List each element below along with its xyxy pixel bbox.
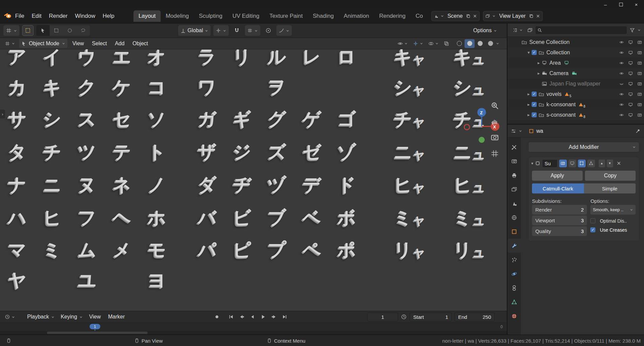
kana-object[interactable]: シャ xyxy=(380,77,440,97)
render-subdivisions-field[interactable]: Render 2 xyxy=(532,205,587,215)
kana-object[interactable]: ヘ xyxy=(105,208,140,227)
kana-object[interactable]: キュ xyxy=(440,49,499,66)
kana-object[interactable]: ダ xyxy=(190,175,225,194)
kana-object[interactable]: グ xyxy=(260,109,294,129)
kana-object[interactable]: ヒ xyxy=(35,208,70,227)
panel-expand-arrow[interactable]: ▾ xyxy=(531,161,533,166)
kana-object[interactable]: リ xyxy=(225,49,260,66)
use-preview-range-icon[interactable] xyxy=(401,314,407,320)
camera-restrict-icon[interactable] xyxy=(637,92,642,97)
kana-object[interactable]: ボ xyxy=(329,208,364,227)
camera-restrict-icon[interactable] xyxy=(637,61,642,65)
kana-object[interactable]: リュ xyxy=(440,240,499,260)
tree-expand-arrow[interactable]: ▸ xyxy=(526,112,532,117)
outliner-row[interactable]: ▾✓Collection xyxy=(507,47,644,58)
properties-tab-tool[interactable] xyxy=(507,140,521,154)
tweak-tool-button[interactable] xyxy=(36,25,50,36)
overlays-toggle[interactable] xyxy=(426,39,441,48)
prev-keyframe-button[interactable] xyxy=(236,312,247,321)
kana-object[interactable]: ネ xyxy=(105,175,140,194)
chevron-down-icon[interactable] xyxy=(496,42,499,45)
transform-orientation-dropdown[interactable]: Global xyxy=(178,25,211,36)
eye-restrict-icon[interactable] xyxy=(619,61,624,65)
kana-object[interactable]: ミョ xyxy=(499,208,507,227)
monitor-restrict-icon[interactable] xyxy=(628,40,633,45)
menu-select[interactable]: Select xyxy=(89,41,110,47)
kana-object[interactable]: セ xyxy=(105,109,140,129)
tab-layout[interactable]: Layout xyxy=(133,10,161,22)
monitor-restrict-icon[interactable] xyxy=(628,102,633,107)
collection-checkbox[interactable]: ✓ xyxy=(532,102,537,107)
tab-compositing[interactable]: Co xyxy=(411,10,428,22)
apply-button[interactable]: Apply xyxy=(532,171,583,181)
kana-object[interactable]: キ xyxy=(35,77,70,97)
kana-object[interactable]: ザ xyxy=(190,142,225,162)
kana-object[interactable]: ミュ xyxy=(440,208,499,227)
options-dropdown[interactable]: Options xyxy=(471,25,499,36)
tab-texture-paint[interactable]: Texture Paint xyxy=(264,10,308,22)
kana-object[interactable]: ル xyxy=(260,49,294,66)
menu-edit[interactable]: Edit xyxy=(28,13,45,19)
collection-checkbox[interactable]: ✓ xyxy=(532,92,537,97)
tree-expand-arrow[interactable]: ▸ xyxy=(536,60,542,65)
kana-object[interactable]: カ xyxy=(0,77,35,97)
kana-object[interactable]: シ xyxy=(35,109,70,129)
kana-object[interactable]: ヒュ xyxy=(440,175,499,194)
camera-restrict-icon[interactable] xyxy=(637,50,642,55)
box-select-button[interactable] xyxy=(50,25,63,36)
tree-expand-arrow[interactable]: ▸ xyxy=(536,71,542,76)
display-mode-icon[interactable] xyxy=(527,27,533,33)
kana-object[interactable]: ショ xyxy=(499,77,507,97)
modifier-realtime-toggle[interactable] xyxy=(569,160,576,167)
object-visibility-dropdown[interactable] xyxy=(395,39,410,48)
camera-restrict-icon[interactable] xyxy=(637,40,642,45)
search-input[interactable] xyxy=(544,27,625,33)
minimize-button[interactable]: – xyxy=(598,0,613,9)
scrollbar-thumb[interactable] xyxy=(47,332,148,334)
auto-key-button[interactable] xyxy=(212,312,222,321)
tree-expand-arrow[interactable]: ▾ xyxy=(526,50,532,55)
modifier-name-field[interactable]: Su xyxy=(542,159,557,168)
monitor-restrict-icon[interactable] xyxy=(628,61,633,65)
kana-object[interactable]: ソ xyxy=(140,109,174,129)
collection-checkbox[interactable]: ✓ xyxy=(532,112,537,117)
circle-select-button[interactable] xyxy=(63,25,76,36)
editor-type-button[interactable] xyxy=(3,312,17,322)
zoom-icon[interactable] xyxy=(490,101,499,110)
monitor-restrict-icon[interactable] xyxy=(628,71,633,76)
simple-option[interactable]: Simple xyxy=(584,183,636,193)
kana-object[interactable]: ド xyxy=(329,175,364,194)
tree-expand-arrow[interactable]: ▸ xyxy=(526,102,532,107)
proportional-edit-button[interactable] xyxy=(263,25,274,36)
toolbar-expand-arrow[interactable]: › xyxy=(0,110,5,118)
kana-object[interactable]: ピ xyxy=(225,240,260,260)
chevron-down-icon[interactable] xyxy=(519,129,522,133)
properties-tab-object[interactable] xyxy=(507,225,521,239)
kana-object[interactable]: ハ xyxy=(0,208,35,227)
timeline-scrollbar[interactable] xyxy=(0,331,507,335)
kana-object[interactable]: ジ xyxy=(225,142,260,162)
kana-object[interactable]: キャ xyxy=(380,49,440,66)
outliner-row[interactable]: ▸✓s-consonant8 xyxy=(507,110,644,120)
scene-name[interactable]: Scene xyxy=(446,13,464,19)
outliner-row[interactable]: ▸✓vovels5 xyxy=(507,89,644,99)
catmull-clark-option[interactable]: Catmull-Clark xyxy=(532,183,584,193)
filter-funnel-icon[interactable] xyxy=(630,27,635,33)
kana-object[interactable]: バ xyxy=(190,208,225,227)
close-icon[interactable] xyxy=(616,161,622,166)
kana-object[interactable]: ヲ xyxy=(260,77,294,97)
blender-logo-icon[interactable] xyxy=(4,12,11,20)
kana-object[interactable]: ヒャ xyxy=(380,175,440,194)
kana-object[interactable]: ベ xyxy=(294,208,329,227)
kana-object[interactable]: ス xyxy=(70,109,105,129)
optimal-display-checkbox[interactable] xyxy=(590,218,595,223)
kana-object[interactable]: ワ xyxy=(190,77,225,97)
tab-animation[interactable]: Animation xyxy=(339,10,374,22)
scene-browse-icon[interactable] xyxy=(434,14,438,18)
camera-restrict-icon[interactable] xyxy=(637,81,642,86)
kana-object[interactable]: ヅ xyxy=(260,175,294,194)
copy-icon[interactable] xyxy=(529,14,534,18)
play-button[interactable] xyxy=(258,312,268,321)
marker-menu[interactable]: Marker xyxy=(105,314,128,320)
shading-wireframe-button[interactable] xyxy=(454,39,464,48)
